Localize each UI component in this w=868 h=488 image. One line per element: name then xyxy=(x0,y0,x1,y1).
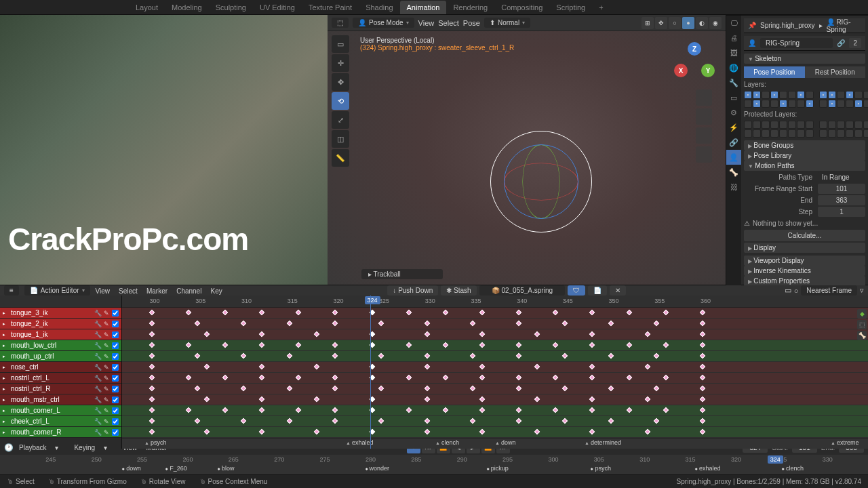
marker[interactable]: down xyxy=(495,439,515,446)
track-row[interactable] xyxy=(122,340,868,351)
section-pose-library[interactable]: Pose Library xyxy=(744,150,865,161)
keyframe[interactable] xyxy=(149,375,154,380)
keyframe[interactable] xyxy=(259,331,264,337)
keyframe[interactable] xyxy=(406,407,411,413)
track-row[interactable] xyxy=(122,319,868,329)
keyframe[interactable] xyxy=(222,342,228,348)
layer-button[interactable] xyxy=(828,91,836,99)
layer-button[interactable] xyxy=(744,129,752,138)
keyframe[interactable] xyxy=(553,375,558,380)
layer-button[interactable] xyxy=(770,121,778,129)
layer-button[interactable] xyxy=(863,121,868,129)
layer-button[interactable] xyxy=(779,121,787,129)
keyframe[interactable] xyxy=(406,310,411,315)
snap-mode-select[interactable]: Nearest Frame xyxy=(801,285,857,296)
channel-mute-checkbox[interactable] xyxy=(112,407,119,414)
section-bone-groups[interactable]: Bone Groups xyxy=(744,140,865,150)
channel-mute-checkbox[interactable] xyxy=(112,342,119,349)
track-row[interactable] xyxy=(122,427,868,438)
keyframe[interactable] xyxy=(241,418,246,424)
nav-camera-icon[interactable] xyxy=(696,127,712,144)
section-custom-props[interactable]: Custom Properties xyxy=(744,276,865,286)
keyframe[interactable] xyxy=(296,407,301,413)
keyframe[interactable] xyxy=(149,407,154,413)
keyframe[interactable] xyxy=(425,331,430,337)
layer-button[interactable] xyxy=(806,100,814,108)
keyframe[interactable] xyxy=(470,321,475,326)
timeline-marker[interactable]: exhaled xyxy=(694,465,721,472)
channel-mute-checkbox[interactable] xyxy=(112,386,119,392)
track-row[interactable] xyxy=(122,351,868,362)
keyframe[interactable] xyxy=(644,396,650,402)
shading-rendered-icon[interactable]: ◉ xyxy=(709,17,722,29)
frame-ruler[interactable]: 3003053103153203253303353403453503553603… xyxy=(122,296,868,308)
keyframe[interactable] xyxy=(608,386,613,391)
keyframe[interactable] xyxy=(406,342,411,348)
layer-button[interactable] xyxy=(837,129,845,138)
keyframe[interactable] xyxy=(241,353,246,359)
channel-mute-checkbox[interactable] xyxy=(112,353,119,360)
action-name-field[interactable]: 📦 02_055_A.spring xyxy=(479,285,565,296)
keyframe[interactable] xyxy=(186,342,191,348)
keyframe[interactable] xyxy=(149,396,154,402)
vp-menu-select[interactable]: Select xyxy=(438,19,459,27)
ws-uv[interactable]: UV Editing xyxy=(253,1,302,14)
keyframe[interactable] xyxy=(286,321,292,326)
layer-button[interactable] xyxy=(837,121,845,129)
keyframe[interactable] xyxy=(296,342,301,348)
keyframe[interactable] xyxy=(534,331,540,337)
rotation-manipulator[interactable] xyxy=(487,127,595,236)
layer-button[interactable] xyxy=(744,100,752,108)
keyframe[interactable] xyxy=(700,331,705,337)
channel-row[interactable]: ▸mouth_mstr_ctrl🔧 ✎ xyxy=(0,394,121,405)
keyframe[interactable] xyxy=(425,353,430,359)
layer-button[interactable] xyxy=(779,100,787,108)
overlay-toggle-icon[interactable]: ⊞ xyxy=(642,17,654,29)
keyframe[interactable] xyxy=(443,342,448,348)
prop-tab-output-icon[interactable]: 🖨 xyxy=(726,30,741,45)
keyframe[interactable] xyxy=(479,310,485,315)
keyframe[interactable] xyxy=(425,396,430,402)
tool-move-icon[interactable]: ✥ xyxy=(332,73,349,91)
ds-menu-channel[interactable]: Channel xyxy=(176,287,201,295)
keyframe[interactable] xyxy=(149,353,154,359)
layer-button[interactable] xyxy=(863,129,868,138)
frame-start-input[interactable]: 101 xyxy=(818,184,865,194)
keyframe[interactable] xyxy=(314,364,319,369)
keyframe[interactable] xyxy=(654,386,659,391)
keyframe[interactable] xyxy=(626,310,631,315)
keyframe[interactable] xyxy=(663,407,669,413)
axis-y-icon[interactable]: Y xyxy=(701,64,715,77)
ds-menu-select[interactable]: Select xyxy=(119,287,138,295)
keyframe[interactable] xyxy=(700,364,705,369)
timeline-marker[interactable]: down xyxy=(121,465,141,472)
layer-button[interactable] xyxy=(837,100,845,108)
keyframe[interactable] xyxy=(700,310,705,315)
keyframe[interactable] xyxy=(204,331,210,337)
ws-modeling[interactable]: Modeling xyxy=(165,1,209,14)
keyframe[interactable] xyxy=(553,407,558,413)
layer-button[interactable] xyxy=(819,91,827,99)
keyframe[interactable] xyxy=(378,418,384,424)
menu-render[interactable]: Render xyxy=(67,3,92,12)
keyframe[interactable] xyxy=(589,429,595,434)
keyframe[interactable] xyxy=(663,375,669,380)
keyframe[interactable] xyxy=(479,331,485,337)
keyframe[interactable] xyxy=(534,396,540,402)
ds-menu-key[interactable]: Key xyxy=(210,287,222,295)
track-row[interactable] xyxy=(122,329,868,340)
section-viewport-display[interactable]: Viewport Display xyxy=(744,256,865,266)
keyframe[interactable] xyxy=(562,386,568,391)
menu-window[interactable]: Window xyxy=(102,3,128,12)
keyframe[interactable] xyxy=(700,375,705,380)
keyframe[interactable] xyxy=(296,310,301,315)
track-row[interactable] xyxy=(122,394,868,405)
keyframe[interactable] xyxy=(516,310,521,315)
keyframe[interactable] xyxy=(479,364,485,369)
ws-compositing[interactable]: Compositing xyxy=(494,1,549,14)
shading-solid-icon[interactable]: ● xyxy=(682,17,694,29)
keyframe[interactable] xyxy=(534,429,540,434)
prop-tab-physics-icon[interactable]: ⚡ xyxy=(726,120,741,135)
prop-tab-object-icon[interactable]: ▭ xyxy=(726,90,741,105)
keyframe[interactable] xyxy=(479,342,485,348)
